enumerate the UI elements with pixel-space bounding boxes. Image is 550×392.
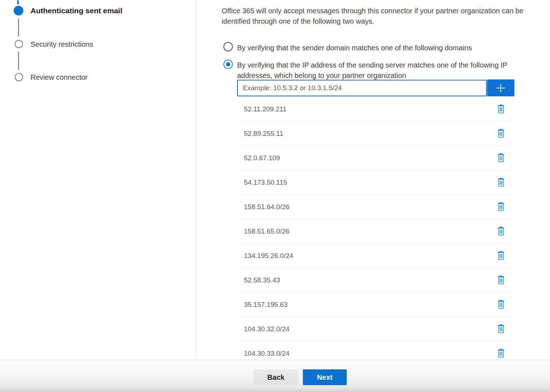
radio-ip-address[interactable] [223,60,233,69]
radio-ip-address-label[interactable]: By verifying that the IP address of the … [237,60,532,80]
ip-list-item: 52.89.255.11 [236,121,514,146]
ip-value: 104.30.32.0/24 [236,325,496,333]
ip-value: 54.173.50.115 [236,179,496,186]
delete-ip-button[interactable] [496,323,506,335]
pane-divider [196,0,196,360]
ip-value: 104.30.33.0/24 [236,350,496,358]
ip-value: 52.58.35.43 [236,276,496,284]
trash-icon [497,129,505,138]
ip-list-item: 52.0.67.109 [236,146,514,170]
step-label-security-restrictions: Security restrictions [31,40,93,49]
delete-ip-button[interactable] [496,201,506,212]
delete-ip-button[interactable] [496,103,506,115]
ip-value: 158.51.65.0/26 [236,227,496,235]
radio-sender-domain[interactable] [223,42,233,51]
trash-icon [497,300,505,309]
delete-ip-button[interactable] [496,226,506,237]
ip-list-item: 158.51.65.0/26 [236,219,514,244]
ip-list-item: 158.51.64.0/26 [236,195,514,219]
step-indicator-security-restrictions [15,40,23,48]
delete-ip-button[interactable] [496,348,506,359]
trash-icon [497,153,505,163]
ip-list-item: 104.30.32.0/24 [236,317,514,341]
trash-icon [497,349,505,358]
stepper-connector-line [17,0,19,5]
radio-sender-domain-label[interactable]: By verifying that the sender domain matc… [237,43,539,53]
ip-value: 52.89.255.11 [236,130,496,138]
trash-icon [497,226,505,236]
delete-ip-button[interactable] [496,275,506,286]
delete-ip-button[interactable] [496,177,506,188]
ip-list-item: 134.195.26.0/24 [236,244,514,268]
delete-ip-button[interactable] [496,250,506,261]
ip-list-item: 52.11.209.211 [236,97,514,121]
delete-ip-button[interactable] [496,299,506,310]
add-ip-button[interactable] [487,79,514,96]
stepper-connector-line [18,18,19,37]
step-label-authenticating-sent-email: Authenticating sent email [31,6,123,15]
radio-selected-dot-icon [226,62,230,66]
ip-value: 158.51.64.0/26 [236,203,496,211]
trash-icon [497,104,505,114]
delete-ip-button[interactable] [496,152,506,163]
connector-wizard-page: Authenticating sent email Security restr… [0,0,550,392]
page-description: Office 365 will only accept messages thr… [222,6,550,26]
ip-list-item: 52.58.35.43 [236,268,514,292]
trash-icon [497,251,505,260]
ip-value: 134.195.26.0/24 [236,252,496,260]
ip-value: 35.157.195.63 [236,301,496,309]
ip-list-item: 54.173.50.115 [236,170,514,195]
step-indicator-review-connector [15,73,23,81]
ip-value: 52.0.67.109 [236,154,496,162]
back-button[interactable]: Back [254,369,298,385]
trash-icon [497,202,505,212]
next-button[interactable]: Next [303,369,347,385]
step-indicator-authenticating-sent-email [14,6,23,15]
trash-icon [497,177,505,187]
stepper-connector-line [18,51,19,70]
step-label-review-connector: Review connector [31,73,88,82]
plus-icon [495,82,507,94]
ip-list-item: 35.157.195.63 [236,292,514,317]
trash-icon [497,324,505,334]
ip-value: 52.11.209.211 [236,105,496,113]
ip-address-input[interactable] [237,80,487,96]
delete-ip-button[interactable] [496,128,506,139]
wizard-footer: Back Next [0,360,550,392]
trash-icon [497,275,505,285]
ip-address-list: 52.11.209.211 52.89.255.11 [236,97,514,366]
